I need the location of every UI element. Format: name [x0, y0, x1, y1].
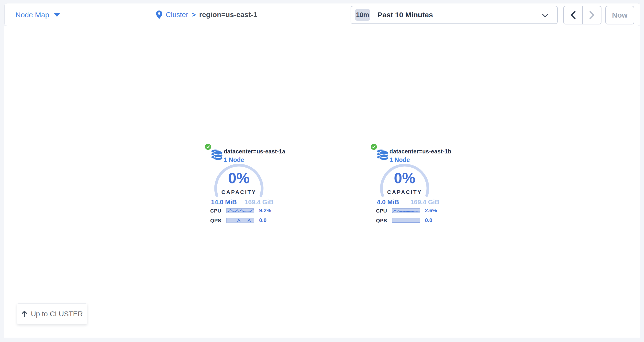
up-to-cluster-button[interactable]: Up to CLUSTER: [17, 303, 87, 325]
database-stack-icon: [210, 148, 224, 161]
datacenter-node-count: 1 Node: [390, 156, 451, 163]
database-stack-icon: [376, 148, 389, 161]
cpu-metric-row: CPU 2.6%: [371, 208, 459, 214]
caret-down-icon: [54, 13, 60, 17]
now-button[interactable]: Now: [605, 6, 634, 24]
chevron-down-icon: [542, 11, 548, 17]
top-bar: Node Map Cluster > region=us-east-1 10m …: [4, 3, 640, 26]
capacity-values: 14.0 MiB 169.4 GiB: [211, 198, 274, 206]
qps-metric-row: QPS 0.0: [371, 217, 459, 224]
capacity-values: 4.0 MiB 169.4 GiB: [377, 198, 439, 206]
capacity-label: CAPACITY: [378, 189, 432, 195]
qps-value: 0.0: [425, 217, 432, 224]
qps-sparkline: [392, 218, 420, 223]
up-to-cluster-label: Up to CLUSTER: [31, 310, 83, 318]
chevron-right-icon: [589, 11, 594, 19]
breadcrumb: Cluster > region=us-east-1: [156, 3, 257, 26]
datacenter-header: datacenter=us-east-1a 1 Node: [224, 148, 285, 163]
datacenter-name: datacenter=us-east-1a: [224, 148, 285, 155]
cpu-sparkline: [392, 208, 420, 213]
location-pin-icon: [156, 10, 162, 19]
capacity-used: 4.0 MiB: [377, 198, 399, 206]
capacity-used: 14.0 MiB: [211, 198, 237, 206]
next-time-button[interactable]: [583, 6, 601, 24]
capacity-total: 169.4 GiB: [244, 198, 274, 206]
qps-value: 0.0: [259, 217, 266, 224]
prev-time-button[interactable]: [564, 6, 583, 24]
metric-rows: CPU 9.2% QPS 0.0: [205, 208, 293, 227]
capacity-label: CAPACITY: [212, 189, 266, 195]
datacenter-name: datacenter=us-east-1b: [390, 148, 451, 155]
chevron-left-icon: [570, 11, 576, 19]
cpu-value: 2.6%: [425, 208, 437, 214]
view-selector-dropdown[interactable]: Node Map: [16, 3, 60, 26]
capacity-percent: 0%: [212, 170, 266, 187]
capacity-percent: 0%: [378, 170, 432, 187]
qps-label: QPS: [205, 218, 221, 224]
breadcrumb-separator: >: [192, 11, 196, 19]
time-range-badge: 10m: [355, 9, 370, 21]
qps-sparkline: [226, 218, 254, 223]
cpu-metric-row: CPU 9.2%: [205, 208, 293, 214]
cpu-sparkline: [226, 208, 254, 213]
metric-rows: CPU 2.6% QPS 0.0: [371, 208, 459, 227]
datacenter-widget-us-east-1a[interactable]: datacenter=us-east-1a 1 Node 0% CAPACITY…: [205, 144, 293, 224]
view-selector-label: Node Map: [16, 11, 49, 19]
time-range-label: Past 10 Minutes: [378, 11, 433, 19]
cpu-value: 9.2%: [259, 208, 271, 214]
datacenter-widget-us-east-1b[interactable]: datacenter=us-east-1b 1 Node 0% CAPACITY…: [371, 144, 459, 224]
qps-metric-row: QPS 0.0: [205, 217, 293, 224]
capacity-total: 169.4 GiB: [410, 198, 439, 206]
cpu-label: CPU: [205, 208, 221, 214]
breadcrumb-current-locality: region=us-east-1: [199, 11, 258, 19]
topbar-divider: [339, 6, 339, 23]
node-map-canvas: [4, 26, 640, 338]
datacenter-header: datacenter=us-east-1b 1 Node: [390, 148, 451, 163]
time-range-dropdown[interactable]: 10m Past 10 Minutes: [350, 6, 558, 24]
datacenter-node-count: 1 Node: [224, 156, 285, 163]
time-nav-group: [563, 6, 602, 24]
cpu-label: CPU: [371, 208, 387, 214]
breadcrumb-cluster-link[interactable]: Cluster: [166, 11, 188, 19]
arrow-up-icon: [21, 311, 28, 317]
qps-label: QPS: [371, 218, 387, 224]
